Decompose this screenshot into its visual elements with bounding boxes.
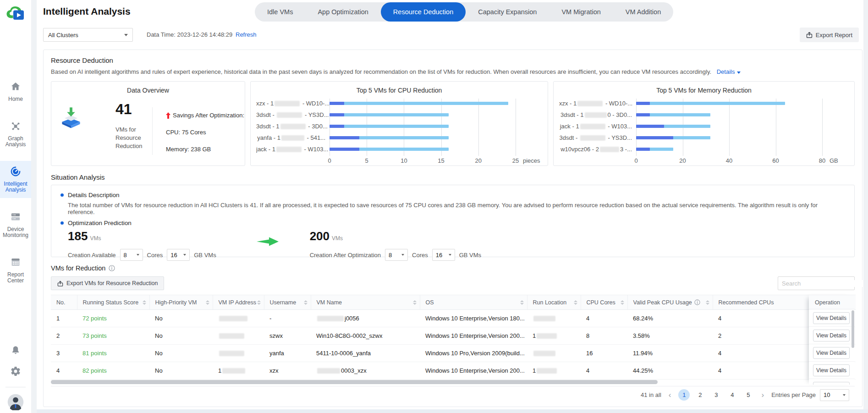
total-count-label: 41 in all [641, 391, 661, 398]
col-header-run-location[interactable]: Run Location [527, 295, 581, 310]
sort-icon[interactable] [413, 300, 417, 305]
page-button-3[interactable]: 3 [710, 389, 722, 401]
notifications-bell-icon[interactable] [10, 345, 21, 356]
page-button-5[interactable]: 5 [742, 389, 754, 401]
col-header-cpu-cores[interactable]: CPU Cores [581, 295, 627, 310]
view-details-button[interactable]: View Details [813, 312, 850, 324]
cell-cpu-cores: 4 [581, 362, 627, 380]
chart-x-axis: 020406080GB [636, 156, 854, 165]
chart-category-label: 3dsdt - 1 - 3D0... [256, 123, 330, 130]
info-icon[interactable] [694, 299, 700, 305]
cell-os: Windows 10 Enterprise,Version 200... [420, 327, 527, 345]
sidebar-item-label: Device Monitoring [1, 226, 30, 238]
page-size-select[interactable]: 10 [820, 389, 849, 401]
analysis-tabs: Idle VMsApp OptimizationResource Deducti… [255, 2, 673, 22]
view-details-button[interactable]: View Details [813, 364, 850, 376]
bar-recommended [330, 148, 359, 151]
cell-vm-ip: 1 [213, 362, 264, 380]
search-box [778, 276, 855, 290]
sort-icon[interactable] [257, 300, 261, 305]
cluster-select-value: All Clusters [48, 32, 78, 39]
chart-category-label: xzx - 1 - WD10-... [256, 100, 330, 107]
tab-vm-migration[interactable]: VM Migration [549, 2, 613, 22]
cluster-select[interactable]: All Clusters [43, 28, 133, 42]
sidebar-item-device-monitoring[interactable]: Device Monitoring [0, 206, 31, 243]
sort-icon[interactable] [520, 300, 524, 305]
after-cores-select[interactable]: 8 [385, 249, 408, 261]
info-icon[interactable] [109, 265, 115, 271]
sort-icon[interactable] [621, 300, 624, 305]
redacted-text [276, 147, 302, 152]
col-header-vm-name[interactable]: VM Name [311, 295, 420, 310]
app-logo-icon [5, 5, 26, 24]
sort-icon[interactable] [706, 300, 709, 305]
chart-bar-track [330, 132, 516, 143]
tab-app-optimization[interactable]: App Optimization [305, 2, 380, 22]
sort-icon[interactable] [574, 300, 577, 305]
prediction-before-block: 185VMs Creation Available 8 Cores 16 GB … [68, 229, 216, 261]
cell-score: 81 points [77, 345, 149, 362]
chart-row: jack - 1 - W103... [256, 143, 542, 155]
chart-title: Top 5 VMs for Memory Reduction [554, 87, 854, 94]
horizontal-scrollbar-thumb[interactable] [51, 380, 658, 384]
chart-x-axis: 0510152025pieces [330, 156, 548, 165]
chart-row: yanfa - 1 - 541... [256, 132, 542, 143]
user-avatar[interactable] [7, 394, 24, 410]
prev-page-chevron-icon[interactable]: ‹ [669, 391, 671, 399]
page-button-1[interactable]: 1 [678, 389, 690, 401]
export-report-button[interactable]: Export Report [800, 28, 859, 42]
col-header-username[interactable]: Username [264, 295, 311, 310]
bar-recommended [330, 125, 344, 128]
tab-resource-deduction[interactable]: Resource Deduction [381, 2, 466, 22]
refresh-link[interactable]: Refresh [236, 31, 257, 38]
after-gb-select[interactable]: 16 [432, 249, 455, 261]
search-input[interactable] [782, 280, 863, 287]
next-page-chevron-icon[interactable]: › [761, 391, 764, 399]
sidebar-item-intelligent-analysis[interactable]: Intelligent Analysis [0, 161, 31, 198]
cell-run-location [527, 345, 581, 362]
cell-valid-peak-cpu-usage: 11.94% [627, 345, 713, 362]
before-cores-label: Cores [147, 252, 163, 259]
col-header-high-priority-vm[interactable]: High-Priority VM [149, 295, 213, 310]
settings-gear-icon[interactable] [10, 366, 21, 377]
view-details-button[interactable]: View Details [813, 382, 850, 385]
axis-tick-label: 20 [679, 157, 686, 164]
chevron-down-icon [449, 254, 451, 256]
vertical-scrollbar-thumb[interactable] [852, 310, 854, 348]
cell-vm-name: j0056 [311, 310, 420, 327]
tab-capacity-expansion[interactable]: Capacity Expansion [466, 2, 549, 22]
page-button-4[interactable]: 4 [726, 389, 738, 401]
col-header-os[interactable]: OS [420, 295, 527, 310]
col-header-vm-ip-address[interactable]: VM IP Address [213, 295, 264, 310]
prediction-row: 185VMs Creation Available 8 Cores 16 GB … [68, 229, 845, 261]
before-cores-select[interactable]: 8 [120, 249, 143, 261]
chevron-down-icon [401, 254, 404, 256]
cell-score: 72 points [77, 310, 149, 327]
sidebar-item-report-center[interactable]: Report Center [0, 252, 31, 289]
resource-reduction-icon [60, 105, 82, 130]
col-header-valid-peak-cpu-usage[interactable]: Valid Peak CPU Usage [627, 295, 713, 310]
sort-icon[interactable] [206, 300, 209, 305]
sidebar-item-home[interactable]: Home [0, 76, 31, 107]
tab-idle-vms[interactable]: Idle VMs [255, 2, 305, 22]
sidebar-item-graph-analysis[interactable]: Graph Analysis [0, 116, 31, 153]
cell-username: yanfa [264, 345, 311, 362]
redacted-text [219, 333, 244, 339]
col-header-running-status-score[interactable]: Running Status Score [77, 295, 149, 310]
cell-no: 2 [51, 327, 77, 345]
export-vms-button[interactable]: Export VMs for Resource Reduction [51, 276, 164, 290]
redacted-text [280, 124, 306, 129]
view-details-button[interactable]: View Details [813, 330, 850, 341]
page-button-2[interactable]: 2 [694, 389, 706, 401]
bar-recommended [636, 125, 664, 128]
details-link[interactable]: Details [717, 68, 741, 75]
bar-current [330, 102, 508, 105]
vms-table-wrap: No.Running Status ScoreHigh-Priority VMV… [51, 295, 855, 379]
view-details-button[interactable]: View Details [813, 347, 850, 359]
tab-vm-addition[interactable]: VM Addition [613, 2, 673, 22]
before-gb-select[interactable]: 16 [167, 249, 190, 261]
sort-icon[interactable] [304, 300, 308, 305]
redacted-text [533, 316, 555, 321]
cell-username: xzx [264, 362, 311, 380]
sort-icon[interactable] [143, 300, 146, 305]
